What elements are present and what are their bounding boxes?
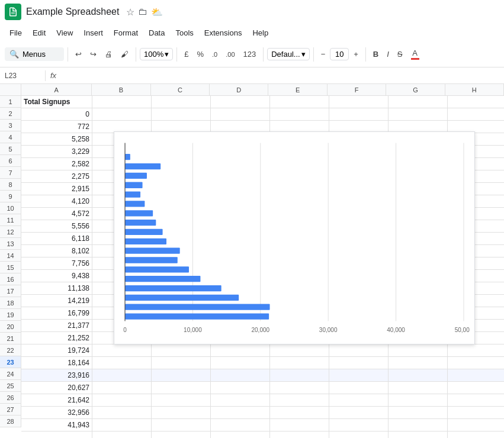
cell-b-2[interactable] <box>92 108 152 120</box>
col-header-h[interactable]: H <box>445 84 504 95</box>
currency-button[interactable]: £ <box>181 47 192 61</box>
cell-f-25[interactable] <box>329 394 389 406</box>
cell-h-25[interactable] <box>448 394 504 406</box>
cell-a-11[interactable]: 5,556 <box>21 220 92 232</box>
row-header-10[interactable]: 10 <box>0 202 21 214</box>
cell-g-22[interactable] <box>389 357 448 369</box>
cell-f-22[interactable] <box>329 357 389 369</box>
cell-g-25[interactable] <box>389 394 448 406</box>
cell-a-5[interactable]: 3,229 <box>21 146 92 157</box>
cell-d-25[interactable] <box>211 394 270 406</box>
bold-button[interactable]: B <box>370 47 382 61</box>
menu-view[interactable]: View <box>52 26 78 40</box>
cell-g-24[interactable] <box>389 382 448 394</box>
row-header-22[interactable]: 22 <box>0 344 21 356</box>
cell-b-26[interactable] <box>92 407 152 418</box>
col-header-e[interactable]: E <box>268 84 327 95</box>
font-size-decrease-button[interactable]: − <box>317 47 329 61</box>
row-header-11[interactable]: 11 <box>0 214 21 226</box>
format-123-button[interactable]: 123 <box>240 47 260 61</box>
row-header-26[interactable]: 26 <box>0 392 21 404</box>
cell-d-3[interactable] <box>211 121 270 133</box>
cell-h-26[interactable] <box>448 407 504 418</box>
cell-b-22[interactable] <box>92 357 152 369</box>
cell-a-14[interactable]: 7,756 <box>21 257 92 269</box>
cell-d-1[interactable] <box>211 96 270 108</box>
cell-h-27[interactable] <box>448 419 504 431</box>
row-header-8[interactable]: 8 <box>0 179 21 191</box>
cell-a-27[interactable]: 41,943 <box>21 419 92 431</box>
cell-c-21[interactable] <box>152 344 211 356</box>
cell-a-16[interactable]: 11,138 <box>21 282 92 294</box>
cell-c-2[interactable] <box>152 108 211 120</box>
cell-a-12[interactable]: 6,118 <box>21 233 92 244</box>
col-header-b[interactable]: B <box>92 84 150 95</box>
cell-g-3[interactable] <box>389 121 448 133</box>
cell-c-28[interactable] <box>152 431 211 438</box>
cell-c-22[interactable] <box>152 357 211 369</box>
cell-g-21[interactable] <box>389 344 448 356</box>
cell-a-23[interactable]: 23,916 <box>21 369 92 381</box>
cell-e-25[interactable] <box>270 394 329 406</box>
row-header-3[interactable]: 3 <box>0 120 21 131</box>
cell-a-25[interactable]: 21,642 <box>21 394 92 406</box>
print-button[interactable]: 🖨 <box>101 47 116 61</box>
row-header-1[interactable]: 1 <box>0 96 21 108</box>
cell-f-1[interactable] <box>329 96 389 108</box>
decimal-more-button[interactable]: .00 <box>222 49 238 60</box>
cell-a-1[interactable]: Total Signups <box>21 96 92 108</box>
col-header-f[interactable]: F <box>328 84 386 95</box>
cell-h-2[interactable] <box>448 108 504 120</box>
row-header-19[interactable]: 19 <box>0 309 21 321</box>
cell-e-22[interactable] <box>270 357 329 369</box>
cell-g-26[interactable] <box>389 407 448 418</box>
row-header-13[interactable]: 13 <box>0 238 21 250</box>
star-icon[interactable]: ☆ <box>126 7 134 18</box>
decimal-less-button[interactable]: .0 <box>208 49 221 60</box>
cell-b-28[interactable] <box>92 431 152 438</box>
cell-e-21[interactable] <box>270 344 329 356</box>
row-header-4[interactable]: 4 <box>0 131 21 143</box>
row-header-20[interactable]: 20 <box>0 321 21 333</box>
cell-g-28[interactable] <box>389 431 448 438</box>
menu-data[interactable]: Data <box>144 26 169 40</box>
cell-e-24[interactable] <box>270 382 329 394</box>
menu-file[interactable]: File <box>5 26 27 40</box>
cell-b-25[interactable] <box>92 394 152 406</box>
row-header-12[interactable]: 12 <box>0 226 21 238</box>
menu-insert[interactable]: Insert <box>79 26 108 40</box>
italic-button[interactable]: I <box>383 47 393 61</box>
font-color-button[interactable]: A <box>407 46 423 62</box>
cell-d-23[interactable] <box>211 369 270 381</box>
zoom-control[interactable]: 100% ▾ <box>140 48 173 60</box>
row-header-14[interactable]: 14 <box>0 250 21 262</box>
cell-a-3[interactable]: 772 <box>21 121 92 133</box>
cell-h-22[interactable] <box>448 357 504 369</box>
cell-a-24[interactable]: 20,627 <box>21 382 92 394</box>
cell-e-28[interactable] <box>270 431 329 438</box>
cell-a-7[interactable]: 2,275 <box>21 170 92 182</box>
cell-f-28[interactable] <box>329 431 389 438</box>
row-header-24[interactable]: 24 <box>0 368 21 380</box>
cell-d-24[interactable] <box>211 382 270 394</box>
cell-h-24[interactable] <box>448 382 504 394</box>
row-header-9[interactable]: 9 <box>0 191 21 202</box>
cell-c-26[interactable] <box>152 407 211 418</box>
cell-g-1[interactable] <box>389 96 448 108</box>
cell-e-26[interactable] <box>270 407 329 418</box>
cell-f-27[interactable] <box>329 419 389 431</box>
cell-d-2[interactable] <box>211 108 270 120</box>
cell-a-20[interactable]: 21,252 <box>21 332 92 344</box>
row-header-17[interactable]: 17 <box>0 285 21 297</box>
percent-button[interactable]: % <box>193 47 207 61</box>
row-header-18[interactable]: 18 <box>0 297 21 309</box>
cell-f-24[interactable] <box>329 382 389 394</box>
cell-h-23[interactable] <box>448 369 504 381</box>
row-header-5[interactable]: 5 <box>0 143 21 155</box>
cell-f-2[interactable] <box>329 108 389 120</box>
cell-a-19[interactable]: 21,377 <box>21 320 92 331</box>
cell-a-2[interactable]: 0 <box>21 108 92 120</box>
cell-d-26[interactable] <box>211 407 270 418</box>
cell-e-1[interactable] <box>270 96 329 108</box>
cell-b-21[interactable] <box>92 344 152 356</box>
